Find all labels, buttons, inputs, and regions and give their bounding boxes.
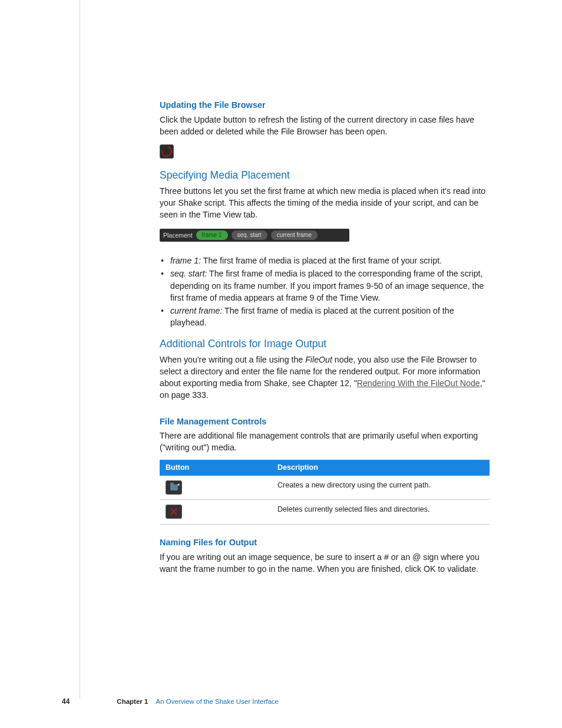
placement-frame1-button[interactable]: frame 1	[196, 230, 228, 240]
table-header-button: Button	[160, 460, 272, 476]
heading-file-management-controls: File Management Controls	[160, 416, 492, 428]
placement-label: Placement	[163, 231, 193, 240]
placement-seqstart-button[interactable]: seq. start	[232, 230, 267, 240]
bullet-frame1: frame 1: The first frame of media is pla…	[160, 255, 492, 266]
bullet-currentframe: current frame: The first frame of media …	[160, 305, 492, 328]
refresh-icon	[160, 144, 174, 159]
table-cell-desc: Creates a new directory using the curren…	[272, 476, 490, 500]
placement-bullet-list: frame 1: The first frame of media is pla…	[160, 255, 492, 328]
table-header-description: Description	[272, 460, 490, 476]
heading-naming-files: Naming Files for Output	[160, 536, 492, 549]
page-number: 44	[62, 697, 70, 707]
content-area: Updating the File Browser Click the Upda…	[80, 0, 492, 575]
placement-currentframe-button[interactable]: current frame	[271, 230, 318, 240]
heading-additional-controls: Additional Controls for Image Output	[160, 337, 492, 351]
table-row: Creates a new directory using the curren…	[160, 476, 490, 500]
paragraph-naming: If you are writing out an image sequence…	[160, 551, 492, 575]
paragraph-output: When you're writing out a file using the…	[160, 354, 492, 401]
page-column: Updating the File Browser Click the Upda…	[80, 0, 540, 699]
paragraph-filemgmt: There are additional file management con…	[160, 430, 492, 453]
link-rendering-fileout[interactable]: Rendering With the FileOut Node	[357, 378, 480, 388]
chapter-footer: Chapter 1 An Overview of the Shake User …	[117, 697, 279, 706]
placement-toolbar: Placement frame 1 seq. start current fra…	[160, 229, 349, 242]
bullet-seqstart: seq. start: The first frame of media is …	[160, 268, 492, 303]
table-row: Deletes currently selected files and dir…	[160, 500, 490, 525]
heading-updating-file-browser: Updating the File Browser	[160, 99, 492, 111]
new-folder-icon	[166, 480, 182, 495]
paragraph-updating: Click the Update button to refresh the l…	[160, 114, 492, 137]
delete-icon	[166, 505, 182, 519]
heading-specifying-media-placement: Specifying Media Placement	[160, 168, 492, 183]
table-cell-desc: Deletes currently selected files and dir…	[272, 500, 490, 525]
file-management-table: Button Description Creates a new directo…	[160, 460, 490, 525]
paragraph-placement: Three buttons let you set the first fram…	[160, 185, 492, 220]
page-footer: 44 Chapter 1 An Overview of the Shake Us…	[62, 697, 279, 707]
